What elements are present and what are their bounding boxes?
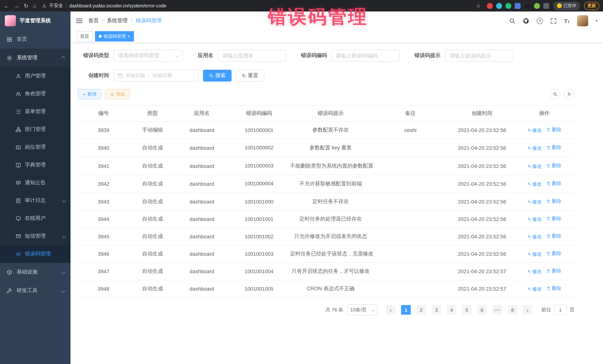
sidebar-item-user-mgmt[interactable]: 用户管理	[0, 67, 70, 85]
toggle-search-button[interactable]	[550, 89, 560, 99]
address-bar[interactable]: ⚠ 不安全 dashboard.yudao.iocoder.cn/system/…	[42, 3, 481, 9]
sidebar-item-role-mgmt[interactable]: 角色管理	[0, 85, 70, 103]
delete-link[interactable]: 删除	[546, 180, 561, 187]
sidebar: 芋道管理系统 首页 系统管理 用户管理 角色管理 菜单管理	[0, 11, 70, 364]
edit-link[interactable]: ✎修改	[527, 199, 542, 205]
search-icon[interactable]	[509, 18, 515, 24]
url-text[interactable]: dashboard.yudao.iocoder.cn/system/error-…	[70, 3, 473, 8]
sidebar-item-dept-mgmt[interactable]: 部门管理	[0, 121, 70, 138]
cell-remark	[371, 228, 450, 245]
error-hint-input[interactable]	[445, 50, 513, 62]
page-button-3[interactable]: 3	[431, 305, 441, 315]
breadcrumb-item[interactable]: 系统管理	[107, 17, 128, 24]
bookmark-star-icon[interactable]: ☆	[476, 3, 481, 9]
delete-link[interactable]: 删除	[546, 268, 561, 274]
sidebar-item-sms-mgmt[interactable]: 短信管理	[0, 227, 70, 245]
sidebar-item-home[interactable]: 首页	[0, 30, 70, 49]
sidebar-item-dict-mgmt[interactable]: 字典管理	[0, 156, 70, 174]
caret-down-icon[interactable]: ▾	[596, 19, 597, 22]
search-button[interactable]: 搜索	[203, 70, 232, 82]
delete-link[interactable]: 删除	[546, 215, 561, 222]
prev-page-button[interactable]: ‹	[386, 305, 395, 315]
sidebar-item-audit-log[interactable]: 审计日志	[0, 192, 70, 210]
delete-link[interactable]: 删除	[546, 250, 561, 257]
page-button-8[interactable]: 8	[508, 305, 517, 315]
delete-link[interactable]: 删除	[546, 162, 561, 169]
navbar-actions: ? TT ▾	[509, 15, 597, 26]
help-icon[interactable]: ?	[537, 18, 543, 24]
sidebar-item-menu-mgmt[interactable]: 菜单管理	[0, 103, 70, 121]
user-avatar[interactable]	[577, 15, 588, 26]
edit-icon: ✎	[527, 287, 531, 292]
extension-icon-1[interactable]	[487, 3, 493, 9]
edit-link[interactable]: ✎修改	[527, 216, 542, 223]
fullscreen-icon[interactable]	[550, 18, 557, 24]
tab-error-code[interactable]: 错误码管理 ×	[95, 31, 134, 42]
org-tree-icon	[16, 127, 21, 132]
profile-avatar	[557, 3, 562, 8]
extensions-puzzle-icon[interactable]	[543, 3, 549, 9]
tab-home[interactable]: 首页	[76, 31, 93, 42]
page-button-5[interactable]: 5	[462, 305, 472, 315]
edit-link[interactable]: ✎修改	[527, 145, 542, 152]
divider	[66, 3, 66, 8]
back-icon[interactable]: ←	[4, 3, 9, 9]
page-button-1[interactable]: 1	[401, 305, 411, 315]
page-button-6[interactable]: 6	[477, 305, 487, 315]
home-icon[interactable]: ⌂	[33, 3, 36, 9]
sidebar-item-post-mgmt[interactable]: 岗位管理	[0, 138, 70, 156]
extension-icon-2[interactable]	[496, 3, 502, 9]
sidebar-item-infra[interactable]: 基础设施	[0, 263, 70, 281]
font-size-icon[interactable]: TT	[564, 18, 570, 24]
sidebar-item-label: 在线用户	[25, 215, 46, 222]
sidebar-item-devtools[interactable]: 研发工具	[0, 281, 70, 300]
export-button[interactable]: 导出	[105, 89, 130, 99]
page-button-2[interactable]: 2	[416, 305, 426, 315]
sidebar-item-system[interactable]: 系统管理	[0, 49, 70, 67]
hamburger-icon[interactable]	[76, 19, 82, 23]
cell-hint: 不能删除类型为系统内置的参数配置	[290, 157, 371, 175]
edit-link[interactable]: ✎修改	[527, 286, 542, 292]
edit-link[interactable]: ✎修改	[527, 181, 542, 188]
error-type-select[interactable]: 请选择错误码类型	[114, 50, 183, 62]
breadcrumb-item[interactable]: 首页	[88, 17, 99, 24]
profile-paused-badge[interactable]: 已暂停	[554, 2, 580, 10]
edit-link[interactable]: ✎修改	[527, 233, 542, 240]
page-size-select[interactable]: 10条/页	[347, 304, 378, 315]
edit-link[interactable]: ✎修改	[527, 268, 542, 275]
extension-icon-4[interactable]	[514, 3, 521, 9]
sidebar-item-error-code-mgmt[interactable]: 错误码管理	[0, 245, 70, 263]
reload-icon[interactable]: ↻	[24, 3, 28, 9]
delete-link[interactable]: 删除	[546, 233, 561, 240]
security-label[interactable]: 不安全	[49, 3, 63, 9]
delete-link[interactable]: 删除	[546, 198, 561, 205]
delete-link[interactable]: 删除	[546, 285, 561, 292]
add-button[interactable]: + 新增	[78, 89, 101, 99]
close-icon[interactable]: ×	[128, 34, 130, 39]
reset-button[interactable]: ↻ 重置	[236, 70, 264, 82]
sidebar-item-online-users[interactable]: 在线用户	[0, 210, 70, 227]
sidebar-item-notice[interactable]: 通知公告	[0, 174, 70, 192]
refresh-table-button[interactable]: ↻	[564, 89, 574, 99]
date-range-picker[interactable]: 开始日期 - 结束日期	[114, 70, 198, 82]
table-section: + 新增 导出 ↻	[78, 89, 574, 315]
cell-actions: ✎修改删除	[514, 263, 574, 280]
more-pages-button[interactable]: •••	[492, 305, 502, 315]
edit-link[interactable]: ✎修改	[527, 251, 542, 258]
extension-icon-6[interactable]	[534, 3, 540, 9]
delete-link[interactable]: 删除	[546, 144, 561, 151]
edit-link[interactable]: ✎修改	[527, 163, 542, 170]
edit-link[interactable]: ✎修改	[527, 127, 542, 134]
error-code-input[interactable]	[331, 50, 400, 62]
page-button-4[interactable]: 4	[447, 305, 456, 315]
cell-actions: ✎修改删除	[514, 245, 574, 263]
github-icon[interactable]	[523, 18, 529, 24]
forward-icon[interactable]: →	[14, 3, 19, 9]
next-page-button[interactable]: ›	[523, 305, 533, 315]
extension-icon-3[interactable]	[505, 3, 511, 9]
update-button[interactable]: 更新	[584, 2, 599, 10]
extension-icon-5[interactable]	[524, 2, 531, 9]
delete-link[interactable]: 删除	[546, 126, 561, 133]
goto-page-input[interactable]	[554, 305, 567, 315]
app-name-input[interactable]	[218, 50, 286, 62]
